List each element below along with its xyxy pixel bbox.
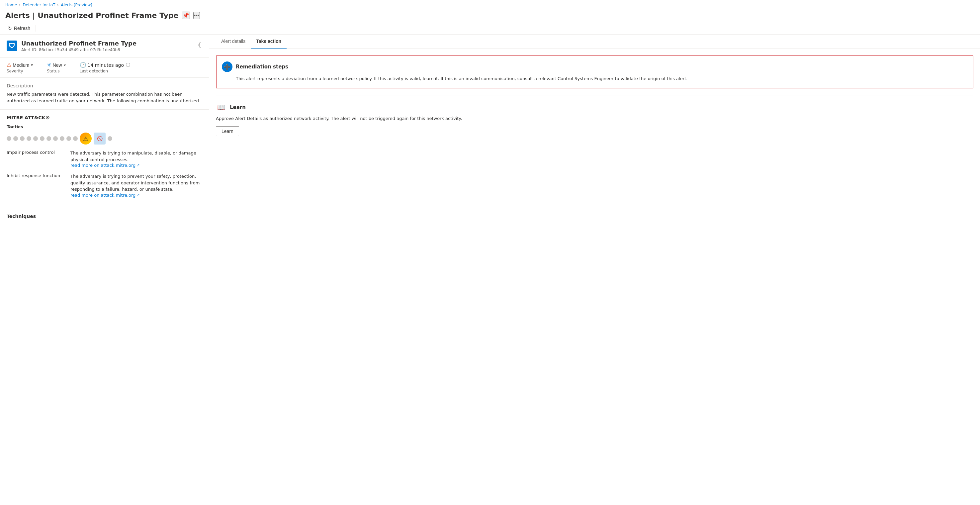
inhibit-icon: 🚫 <box>94 132 106 145</box>
breadcrumb-sep2: › <box>57 3 59 7</box>
tactic-impair-detail: The adversary is trying to manipulate, d… <box>70 150 202 168</box>
tactics-dots: ⚠ 🚫 <box>6 132 202 145</box>
severity-chevron-icon: ∨ <box>30 63 33 67</box>
tactic-dot-11 <box>73 136 78 141</box>
breadcrumb-sep1: › <box>19 3 21 7</box>
tactic-dot-1 <box>6 136 11 141</box>
tactic-dot-2 <box>13 136 18 141</box>
tactic-impair-name: Impair process control <box>6 150 67 168</box>
detection-meta: 🕐 14 minutes ago ⓘ Last detection <box>80 62 137 73</box>
left-panel: 🛡 Unauthorized Profinet Frame Type Alert… <box>0 35 209 503</box>
tactic-dot-6 <box>40 136 45 141</box>
tactic-dot-5 <box>33 136 38 141</box>
remediation-title: Remediation steps <box>236 64 288 70</box>
impair-mitre-link-text: read more on attack.mitre.org <box>70 163 135 168</box>
impair-ext-link-icon: ↗ <box>137 163 140 167</box>
remediation-header: ➕ Remediation steps <box>222 62 967 72</box>
status-label: Status <box>47 69 66 73</box>
status-dropdown[interactable]: New ∨ <box>53 62 66 68</box>
learn-description: Approve Alert Details as authorized netw… <box>216 115 974 122</box>
alert-title: Unauthorized Profinet Frame Type <box>21 40 137 47</box>
tactic-inhibit-desc: The adversary is trying to prevent your … <box>70 173 202 193</box>
tactic-icon-inhibit: 🚫 <box>94 132 106 145</box>
detection-info-icon[interactable]: ⓘ <box>126 62 130 68</box>
severity-value: Medium <box>13 62 29 68</box>
tactic-dot-4 <box>27 136 31 141</box>
right-panel: Alert details Take action ➕ Remediation … <box>209 35 980 503</box>
remediation-icon: ➕ <box>222 62 232 72</box>
clock-icon: 🕐 <box>80 62 86 68</box>
tab-alert-details[interactable]: Alert details <box>216 35 251 48</box>
description-title: Description <box>6 83 202 88</box>
severity-label: Severity <box>6 69 33 73</box>
inhibit-mitre-link[interactable]: read more on attack.mitre.org ↗ <box>70 193 202 198</box>
tactic-inhibit-detail: The adversary is trying to prevent your … <box>70 173 202 198</box>
learn-icon: 📖 <box>216 102 226 113</box>
learn-title: Learn <box>230 104 246 110</box>
alert-meta: ⚠ Medium ∨ Severity ✳ New ∨ Status <box>0 58 209 78</box>
remediation-icon-symbol: ➕ <box>224 64 231 70</box>
tactic-icon-impair: ⚠ <box>80 132 92 145</box>
main-content: 🛡 Unauthorized Profinet Frame Type Alert… <box>0 35 980 503</box>
tactic-dot-9 <box>60 136 64 141</box>
breadcrumb-home[interactable]: Home <box>5 3 17 7</box>
tactic-row-inhibit: Inhibit response function The adversary … <box>6 173 202 198</box>
toolbar: ↻ Refresh <box>0 22 980 35</box>
breadcrumb: Home › Defender for IoT › Alerts (Previe… <box>0 0 980 10</box>
remediation-body: This alert represents a deviation from a… <box>222 75 967 83</box>
severity-dropdown[interactable]: Medium ∨ <box>13 62 33 68</box>
breadcrumb-alerts[interactable]: Alerts (Preview) <box>61 3 92 7</box>
tactic-dot-3 <box>20 136 25 141</box>
collapse-panel-button[interactable]: 《 <box>194 40 202 51</box>
tactic-dot-10 <box>67 136 71 141</box>
tactic-dot-13 <box>108 136 112 141</box>
inhibit-mitre-link-text: read more on attack.mitre.org <box>70 193 135 198</box>
learn-button[interactable]: Learn <box>216 126 239 136</box>
description-section: Description New traffic parameters were … <box>0 78 209 110</box>
tactic-row-impair: Impair process control The adversary is … <box>6 150 202 168</box>
tactic-dot-7 <box>46 136 51 141</box>
breadcrumb-defender[interactable]: Defender for IoT <box>22 3 55 7</box>
toolbar-divider <box>35 25 36 32</box>
mitre-title: MITRE ATT&CK® <box>6 115 202 120</box>
severity-warning-icon: ⚠ <box>6 62 11 68</box>
detection-value: 14 minutes ago <box>88 62 124 68</box>
remediation-box: ➕ Remediation steps This alert represent… <box>216 56 974 88</box>
detection-label: Last detection <box>80 69 130 73</box>
impair-mitre-link[interactable]: read more on attack.mitre.org ↗ <box>70 163 202 168</box>
description-body: New traffic parameters were detected. Th… <box>6 91 202 104</box>
mitre-section: MITRE ATT&CK® Tactics ⚠ <box>0 110 209 208</box>
learn-icon-symbol: 📖 <box>217 104 226 111</box>
page-title: Alerts | Unauthorized Profinet Frame Typ… <box>5 11 179 20</box>
inhibit-ext-link-icon: ↗ <box>137 193 140 198</box>
refresh-icon: ↻ <box>8 25 12 31</box>
refresh-button[interactable]: ↻ Refresh <box>5 24 33 32</box>
tactic-dot-8 <box>53 136 58 141</box>
pin-button[interactable]: 📌 <box>182 12 190 19</box>
tactics-label: Tactics <box>6 124 202 129</box>
refresh-label: Refresh <box>14 25 30 31</box>
alert-header: 🛡 Unauthorized Profinet Frame Type Alert… <box>0 35 209 58</box>
learn-header: 📖 Learn <box>216 102 974 113</box>
status-value: New <box>53 62 62 68</box>
alert-shield-icon: 🛡 <box>6 41 17 51</box>
techniques-title: Techniques <box>0 208 209 221</box>
tab-take-action[interactable]: Take action <box>251 35 286 48</box>
tactic-impair-desc: The adversary is trying to manipulate, d… <box>70 150 202 163</box>
impair-icon: ⚠ <box>80 132 92 145</box>
alert-id: Alert ID: 86cfbccf-5a3d-4549-afbc-07d3c1… <box>21 48 137 52</box>
status-chevron-icon: ∨ <box>64 63 66 67</box>
severity-meta: ⚠ Medium ∨ Severity <box>6 62 40 73</box>
tab-bar: Alert details Take action <box>209 35 980 49</box>
tactic-inhibit-name: Inhibit response function <box>6 173 67 198</box>
page-header: Alerts | Unauthorized Profinet Frame Typ… <box>0 10 980 22</box>
status-spinner-icon: ✳ <box>47 62 51 68</box>
status-meta: ✳ New ∨ Status <box>47 62 73 73</box>
learn-section: 📖 Learn Approve Alert Details as authori… <box>209 96 980 143</box>
more-options-button[interactable]: ••• <box>193 12 200 19</box>
